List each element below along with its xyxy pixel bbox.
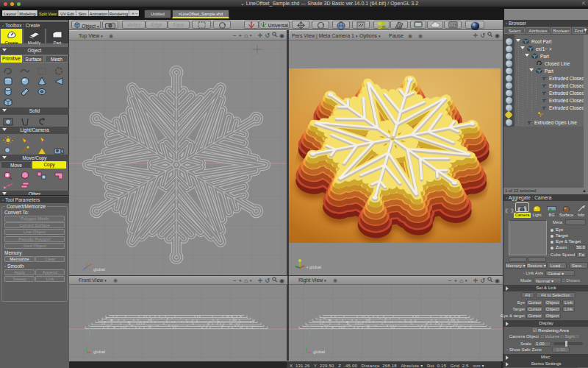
- svg-text:123: 123: [449, 23, 456, 27]
